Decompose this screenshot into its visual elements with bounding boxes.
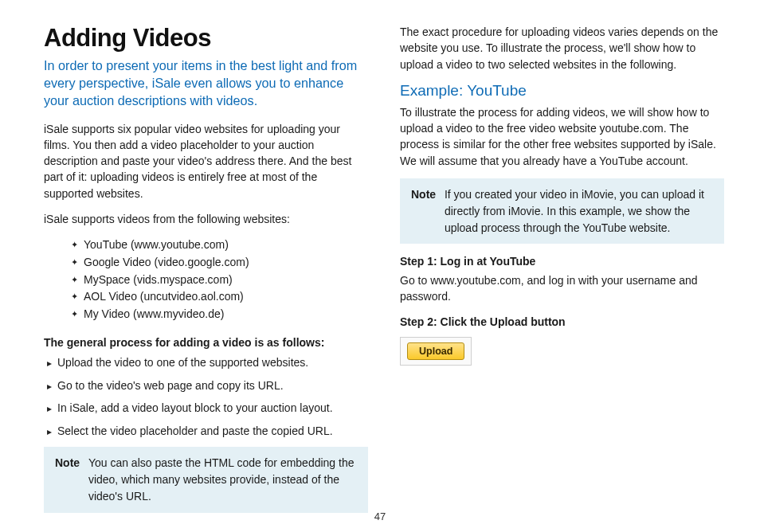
list-item: AOL Video (uncutvideo.aol.com) [71, 288, 368, 306]
page-title: Adding Videos [44, 24, 368, 53]
page-number: 47 [0, 510, 760, 522]
intro-paragraph: In order to present your items in the be… [44, 57, 368, 110]
upload-button: Upload [407, 342, 464, 360]
note-label: Note [55, 455, 85, 471]
step-title: Step 2: Click the Upload button [400, 314, 724, 330]
list-item: Go to the video's web page and copy its … [47, 378, 368, 394]
list-item: In iSale, add a video layout block to yo… [47, 401, 368, 417]
website-list: YouTube (www.youtube.com) Google Video (… [44, 237, 368, 323]
note-box: Note You can also paste the HTML code fo… [44, 447, 368, 512]
page-container: Adding Videos In order to present your i… [0, 0, 760, 532]
right-column: The exact procedure for uploading videos… [400, 24, 724, 524]
body-paragraph: The exact procedure for uploading videos… [400, 24, 724, 72]
list-item: YouTube (www.youtube.com) [71, 237, 368, 254]
list-item: MySpace (vids.myspace.com) [71, 272, 368, 289]
list-item: Upload the video to one of the supported… [47, 355, 368, 371]
body-paragraph: iSale supports six popular video website… [44, 121, 368, 201]
process-steps: Upload the video to one of the supported… [44, 355, 368, 439]
note-text: You can also paste the HTML code for emb… [88, 455, 355, 504]
list-item: My Video (www.myvideo.de) [71, 306, 368, 323]
note-text: If you created your video in iMovie, you… [445, 186, 711, 236]
body-paragraph: iSale supports videos from the following… [44, 211, 368, 227]
list-item: Select the video placeholder and paste t… [47, 424, 368, 440]
step-title: Step 1: Log in at YouTube [400, 253, 724, 269]
upload-screenshot: Upload [400, 337, 472, 366]
body-paragraph: To illustrate the process for adding vid… [400, 104, 724, 169]
step-body: Go to www.youtube.com, and log in with y… [400, 272, 724, 305]
note-box: Note If you created your video in iMovie… [400, 178, 724, 244]
list-item: Google Video (video.google.com) [71, 254, 368, 272]
left-column: Adding Videos In order to present your i… [44, 24, 368, 524]
process-heading: The general process for adding a video i… [44, 334, 368, 350]
note-label: Note [411, 186, 441, 203]
section-heading: Example: YouTube [400, 82, 724, 100]
